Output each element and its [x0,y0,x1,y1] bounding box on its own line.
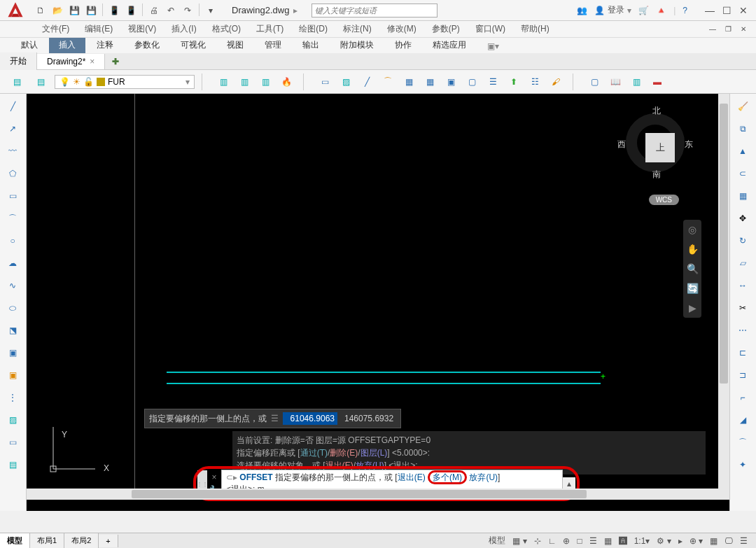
viewcube-top-face[interactable]: 上 [645,133,675,162]
mirror-tool-icon[interactable]: ▲ [732,141,754,161]
tool-window-icon[interactable]: ▭ [315,72,335,92]
menu-dimension[interactable]: 标注(N) [336,22,379,36]
drawn-line-2[interactable] [167,383,601,384]
drawing-canvas[interactable]: + 北 南 西 东 上 WCS ◎ ✋ 🔍 🔄 ▶ 指定要偏移的那一侧上 [27,94,718,500]
tool-props-icon[interactable]: ☷ [525,72,545,92]
redo-icon[interactable]: ↷ [181,3,195,17]
rtab-annotate[interactable]: 注释 [87,37,123,53]
tab-model[interactable]: 模型 [0,533,30,548]
status-scale[interactable]: 1:1 ▾ [631,535,653,547]
fillet-tool-icon[interactable]: ⌒ [732,433,754,452]
close-button[interactable]: ✕ [736,5,750,16]
zoom-icon[interactable]: 🔍 [685,262,699,276]
minimize-button[interactable]: — [703,5,717,16]
array-tool-icon[interactable]: ▦ [732,186,754,206]
layer-properties-icon[interactable]: ▤ [7,72,27,92]
web-open-icon[interactable]: 📱 [107,3,121,17]
tab-layout1[interactable]: 布局1 [30,533,64,548]
status-monitor-icon[interactable]: 🖵 [722,535,736,547]
ellipse-tool-icon[interactable]: ⬭ [1,298,24,318]
layer-dropdown[interactable]: 💡☀🔓 FUR ▾ [55,75,195,89]
menu-draw[interactable]: 绘图(D) [292,22,335,36]
doc-tab-add-button[interactable]: ✚ [105,54,126,69]
line-tool-icon[interactable]: ╱ [1,97,24,116]
new-icon[interactable]: 🗋 [34,3,48,17]
login-button[interactable]: 登录 [608,4,624,16]
tool-up-icon[interactable]: ⬆ [504,72,524,92]
scrollbar-vertical[interactable] [718,94,729,500]
circle-tool-icon[interactable]: ○ [1,231,24,251]
status-osnap-icon[interactable]: □ [574,535,584,547]
title-dropdown-icon[interactable]: ▸ [293,6,298,15]
explode-tool-icon[interactable]: ✦ [732,455,754,475]
point-tool-icon[interactable]: ⋮ [1,388,24,407]
rtab-addins[interactable]: 附加模块 [330,37,384,53]
saveas-icon[interactable]: 💾 [84,3,98,17]
copy-tool-icon[interactable]: ⧉ [732,119,754,139]
status-grid2-icon[interactable]: ▦ [707,535,720,547]
help-icon[interactable]: ? [682,6,687,15]
doc-close-button[interactable]: ✕ [736,23,750,34]
wcs-badge[interactable]: WCS [649,195,679,205]
tool-layers2-icon[interactable]: ▥ [234,72,254,92]
tool-arc-icon[interactable]: ⌒ [378,72,398,92]
extend-tool-icon[interactable]: ⋯ [732,321,754,340]
status-gear-icon[interactable]: ⚙ ▾ [654,535,673,547]
block-tool-icon[interactable]: ▣ [1,343,24,363]
status-lwt-icon[interactable]: ☰ [587,535,600,547]
tool-torch-icon[interactable]: 🔥 [276,72,296,92]
rtab-output[interactable]: 输出 [293,37,329,53]
tool-grid-icon[interactable]: ▦ [399,72,419,92]
tool-book-icon[interactable]: 📖 [606,72,625,92]
ellipse-arc-tool-icon[interactable]: ⬔ [1,321,24,340]
menu-help[interactable]: 帮助(H) [514,22,556,36]
block-star-tool-icon[interactable]: ▣ [1,365,24,385]
rtab-featured[interactable]: 精选应用 [423,37,476,53]
rtab-parametric[interactable]: 参数化 [125,37,169,53]
menu-insert[interactable]: 插入(I) [164,22,203,36]
doc-tab-current[interactable]: Drawing2* × [37,54,105,69]
gradient-tool-icon[interactable]: ▤ [1,455,24,475]
rtab-collab[interactable]: 协作 [385,37,421,53]
menu-edit[interactable]: 编辑(E) [78,22,120,36]
tool-brush-icon[interactable]: 🖌 [546,72,566,92]
status-menu-icon[interactable]: ☰ [737,535,750,547]
chamfer-tool-icon[interactable]: ◢ [732,410,754,430]
doc-minimize-button[interactable]: — [706,23,720,34]
status-1-icon[interactable]: 🅰 [616,535,630,547]
viewcube-south[interactable]: 南 [652,169,661,181]
dynamic-value-1[interactable] [283,412,337,425]
maximize-button[interactable]: ☐ [720,5,734,16]
tool-hatch-icon[interactable]: ▨ [336,72,356,92]
tool-box-icon[interactable]: ▢ [462,72,482,92]
layer-states-icon[interactable]: ▤ [31,72,50,92]
rotate-tool-icon[interactable]: ↻ [732,231,754,251]
tool-layers3-icon[interactable]: ▥ [255,72,275,92]
stretch-tool-icon[interactable]: ↔ [732,276,754,295]
menu-modify[interactable]: 修改(M) [380,22,424,36]
web-save-icon[interactable]: 📱 [124,3,138,17]
rtab-manage[interactable]: 管理 [255,37,291,53]
menu-view[interactable]: 视图(V) [121,22,163,36]
menu-format[interactable]: 格式(O) [205,22,248,36]
open-icon[interactable]: 📂 [50,3,64,17]
tool-sheet2-icon[interactable]: ▥ [626,72,646,92]
viewcube-north[interactable]: 北 [652,105,661,117]
status-model[interactable]: 模型 [486,533,508,548]
status-plus-icon[interactable]: ⊕ ▾ [687,535,706,547]
polyline-tool-icon[interactable]: 〰 [1,141,24,161]
rtab-view[interactable]: 视图 [217,37,253,53]
tool-layers-icon[interactable]: ▥ [214,72,233,92]
tool-line-icon[interactable]: ╱ [357,72,377,92]
cmd-close-icon[interactable]: × [207,471,221,484]
app-logo[interactable] [0,0,31,21]
status-ortho-icon[interactable]: ∟ [545,535,559,547]
wheel-icon[interactable]: ◎ [685,223,699,237]
trim-tool-icon[interactable]: ✂ [732,298,754,318]
qat-dropdown-icon[interactable]: ▾ [204,3,218,17]
orbit-icon[interactable]: 🔄 [685,281,699,295]
viewcube-east[interactable]: 东 [685,139,693,150]
cart-icon[interactable]: 🛒 [638,6,649,15]
offset-tool-icon[interactable]: ⊂ [732,164,754,183]
cloud-tool-icon[interactable]: ☁ [1,253,24,273]
